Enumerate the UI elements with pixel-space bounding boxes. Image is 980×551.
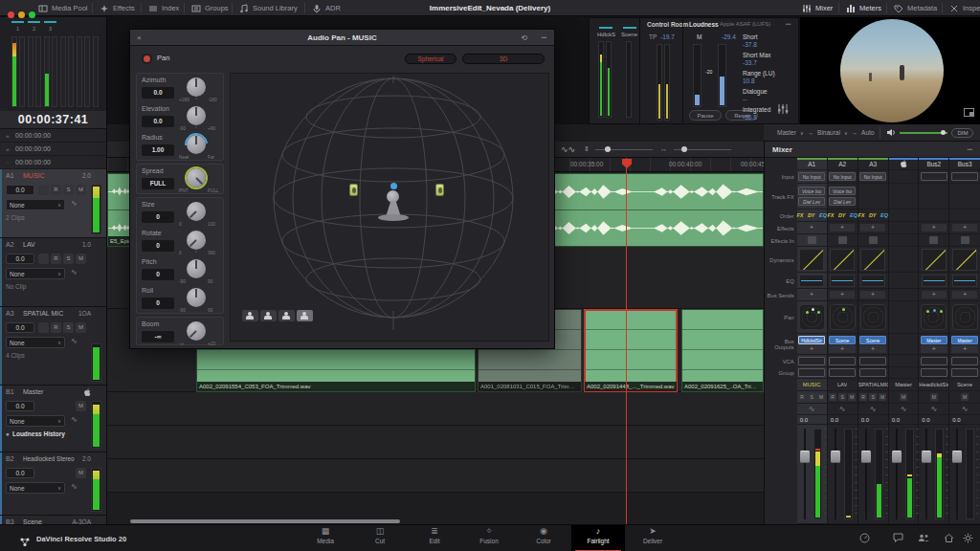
radius-control[interactable]: Radius 1.00 NearFar [137, 131, 223, 160]
group-slot[interactable] [829, 368, 856, 377]
index-button[interactable]: Index [148, 0, 179, 16]
record-arm-button[interactable]: R [51, 253, 61, 264]
mixer-strip-bus2[interactable]: Bus2 + + Master+ HeadlckdStr M ∿ 0.0 [919, 158, 949, 524]
record-arm-button[interactable]: R [829, 393, 836, 401]
mixer-strip-a1[interactable]: A1 No Input Voice IsoDial Lev FX DY EQ +… [797, 158, 828, 524]
add-effect-button[interactable]: + [799, 224, 824, 231]
horizontal-scrollbar[interactable] [130, 519, 400, 523]
channel-fader[interactable] [919, 425, 948, 524]
automation-curve-icon[interactable]: ∿ [71, 199, 78, 208]
history-icon[interactable]: ⟲ [521, 30, 527, 46]
group-slot[interactable] [921, 368, 947, 377]
vca-slot[interactable] [951, 357, 978, 365]
radius-knob[interactable] [187, 135, 206, 154]
mute-button[interactable]: M [76, 253, 86, 264]
nav-fusion[interactable]: ✧Fusion [462, 525, 516, 551]
vca-slot[interactable] [798, 357, 825, 365]
track-fx-dropdown[interactable]: None [6, 415, 65, 427]
automation-curve-icon[interactable]: ∿ [930, 405, 937, 413]
timecode-row-out[interactable]: »00:00:00:00 [0, 143, 106, 156]
spherical-mode-button[interactable]: Spherical [405, 54, 457, 64]
automation-curve-icon[interactable]: ∿ [71, 268, 78, 276]
mixer-strip-a2[interactable]: A2 No Input Voice IsoDial Lev FX DY EQ +… [828, 158, 858, 524]
track-gain-field[interactable]: 0.0 [6, 253, 34, 264]
roll-value[interactable]: 0 [142, 298, 174, 309]
strip-name[interactable]: HeadlckdStr [919, 382, 948, 387]
input-chip[interactable]: No Input [859, 172, 886, 181]
volume-slider[interactable] [900, 132, 947, 134]
close-icon[interactable]: × [137, 30, 142, 46]
vca-slot[interactable] [829, 357, 856, 365]
fader-handle[interactable] [831, 451, 840, 463]
spread-control[interactable]: Spread FULL PNTFULL [137, 165, 223, 193]
record-arm-button[interactable]: R [51, 185, 61, 195]
automation-curve-icon[interactable]: ∿ [71, 415, 78, 424]
dialog-header[interactable]: × Audio Pan - MUSIC ⟲ ••• [130, 30, 554, 46]
bus-output-chip[interactable]: Master [921, 336, 947, 344]
eq-graph[interactable] [799, 275, 824, 287]
effects-in-toggle[interactable] [838, 236, 847, 244]
track-header-b1[interactable]: B1 Master 0.0 M None ∿ ●Loudness History [0, 386, 106, 452]
vertical-zoom-icon[interactable]: ⇕ [584, 145, 590, 153]
add-bus-output[interactable]: + [829, 345, 856, 353]
viewer-expand-icon[interactable] [964, 103, 974, 121]
solo-button[interactable]: S [63, 322, 74, 333]
add-effect-button[interactable]: + [922, 224, 947, 231]
speaker-marker-right[interactable] [435, 184, 444, 196]
monitor-mode-label[interactable]: Auto [861, 129, 874, 136]
mute-button[interactable]: M [817, 393, 825, 401]
track-fx-dropdown[interactable]: None [6, 199, 65, 210]
solo-button[interactable]: S [869, 393, 877, 401]
audio-pan-dialog[interactable]: × Audio Pan - MUSIC ⟲ ••• Pan Spherical … [129, 29, 555, 349]
vca-slot[interactable] [921, 357, 947, 365]
dynamics-graph[interactable] [830, 249, 855, 271]
track-fx-chip[interactable]: Dial Lev [798, 197, 825, 206]
add-bus-send-button[interactable]: + [952, 291, 977, 298]
audio-clip-foa-3-selected[interactable]: A002_02091448_..._Trimmed.wav [584, 309, 678, 392]
solo-button[interactable]: S [838, 393, 846, 401]
fader-handle[interactable] [800, 451, 810, 463]
add-bus-send-button[interactable]: + [860, 291, 885, 298]
elevation-control[interactable]: Elevation 0.0 -90°+90 [137, 102, 223, 131]
input-chip[interactable] [921, 172, 947, 181]
fader-handle[interactable] [892, 451, 902, 463]
boom-value[interactable]: -∞ [142, 331, 174, 342]
order-eq[interactable]: EQ [880, 212, 888, 218]
rotate-value[interactable]: 0 [142, 240, 174, 252]
pitch-control[interactable]: Pitch 0 -9090 [137, 255, 223, 284]
pitch-value[interactable]: 0 [142, 269, 174, 280]
dynamics-graph[interactable] [799, 249, 824, 271]
group-slot[interactable] [798, 368, 825, 377]
effects-in-toggle[interactable] [929, 236, 938, 244]
track-fx-dropdown[interactable]: None [6, 337, 65, 348]
chat-icon[interactable] [893, 533, 903, 545]
mixer-menu-icon[interactable]: ••• [968, 142, 972, 158]
link-icon[interactable] [38, 253, 49, 264]
roll-control[interactable]: Roll 0 -9090 [137, 284, 223, 313]
loudness-menu-icon[interactable]: ••• [786, 21, 791, 27]
dynamics-graph[interactable] [952, 249, 977, 271]
channel-fader[interactable] [797, 425, 827, 524]
media-pool-button[interactable]: Media Pool [38, 0, 88, 16]
nav-media[interactable]: ▦Media [299, 525, 352, 551]
track-header-b2[interactable]: B2 Headlocked Stereo 2.0 0.0 M None ∿ [0, 452, 106, 516]
pan-graph[interactable] [860, 304, 886, 330]
effects-in-toggle[interactable] [808, 236, 816, 244]
dim-button[interactable]: DIM [951, 128, 973, 138]
size-value[interactable]: 0 [142, 211, 174, 223]
pan-graph[interactable] [830, 304, 856, 330]
add-bus-send-button[interactable]: + [830, 291, 855, 298]
azimuth-control[interactable]: Azimuth 0.0 +180°-180 [137, 74, 223, 102]
bus-output-chip[interactable]: Master [951, 336, 978, 344]
zoom-slider-handle[interactable] [605, 146, 611, 152]
input-chip[interactable]: No Input [829, 172, 856, 181]
order-dy[interactable]: DY [838, 212, 846, 218]
channel-fader[interactable] [889, 425, 919, 524]
nav-edit[interactable]: ≣Edit [408, 525, 461, 551]
dots-menu-icon[interactable]: ••• [542, 30, 546, 46]
mute-button[interactable]: M [76, 185, 86, 195]
view-front-button[interactable] [242, 310, 258, 321]
input-chip[interactable]: No Input [798, 172, 825, 181]
audio-clip-foa-4[interactable]: A002_02091625_..OA_Trimmed.wav [681, 309, 764, 392]
track-header-a2[interactable]: A2 LAV 1.0 0.0 R S M None ∿ No Clip [0, 238, 106, 307]
